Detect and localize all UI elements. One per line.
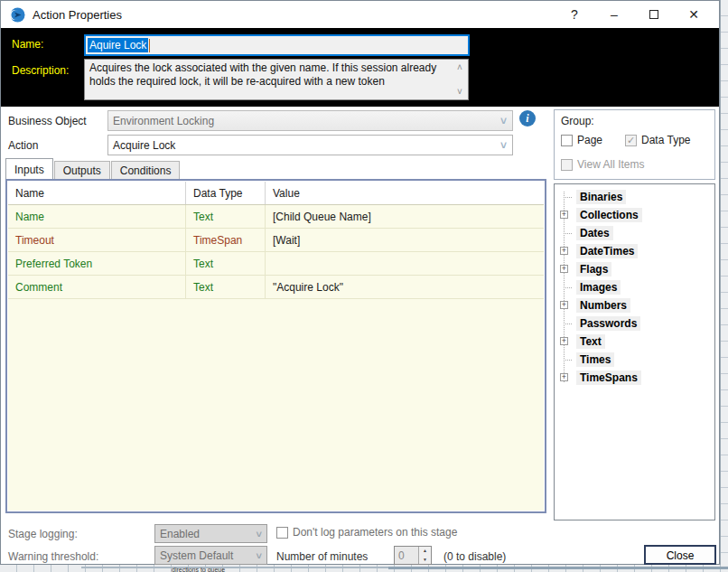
tree-item-numbers[interactable]: +Numbers — [555, 296, 714, 314]
data-items-tree: Binaries+CollectionsDates+DateTimes+Flag… — [554, 183, 715, 520]
tree-item-label: Flags — [576, 262, 611, 277]
minutes-spinner: 0 ▲ ▼ — [394, 546, 432, 565]
warning-threshold-label: Warning threshold: — [8, 550, 98, 563]
tree-item-label: Images — [576, 280, 621, 295]
tree-item-images[interactable]: Images — [555, 278, 714, 296]
warning-threshold-value: System Default — [160, 549, 233, 562]
column-header: Value — [266, 182, 544, 204]
action-value: Acquire Lock — [113, 139, 175, 152]
inputs-table: NameData TypeValueNameText[Child Queue N… — [5, 179, 546, 513]
maximize-button[interactable] — [634, 1, 674, 28]
tree-item-label: TimeSpans — [576, 370, 641, 385]
param-type-cell: Text — [186, 276, 266, 298]
expand-icon[interactable]: + — [560, 211, 568, 219]
param-name-cell[interactable]: Name — [8, 205, 186, 228]
tree-item-label: Numbers — [576, 298, 630, 313]
warning-threshold-combo: System Default ˅ — [154, 546, 267, 565]
action-combo[interactable]: Acquire Lock ˅ — [107, 135, 513, 155]
scroll-down-icon[interactable]: ˅ — [454, 88, 465, 97]
close-window-button[interactable]: ✕ — [674, 1, 714, 28]
tree-item-datetimes[interactable]: +DateTimes — [555, 242, 714, 260]
dont-log-checkbox-row[interactable]: Don't log parameters on this stage — [276, 526, 457, 539]
tree-item-binaries[interactable]: Binaries — [555, 188, 714, 206]
tree-item-collections[interactable]: +Collections — [555, 206, 714, 224]
stage-logging-label: Stage logging: — [8, 528, 78, 540]
description-text: Acquires the lock associated with the gi… — [89, 61, 436, 88]
group-checkbox-row-data-type: ✓Data Type — [625, 134, 690, 146]
spin-up-icon[interactable]: ▲ — [419, 547, 431, 556]
param-value-cell[interactable]: "Acquire Lock" — [266, 276, 544, 298]
tree-item-times[interactable]: Times — [555, 351, 714, 369]
name-label: Name: — [12, 38, 43, 51]
spin-down-icon[interactable]: ▼ — [419, 556, 431, 565]
tab-conditions[interactable]: Conditions — [111, 161, 181, 179]
checkbox[interactable] — [561, 135, 573, 146]
minimize-button[interactable]: – — [594, 1, 634, 28]
background-clipped-label: directions to queue — [172, 566, 280, 572]
group-checkbox-row-view-all-items: View All Items — [561, 158, 644, 171]
text-caret — [149, 39, 150, 52]
minutes-value: 0 — [395, 547, 418, 564]
expand-icon[interactable]: + — [560, 301, 568, 309]
column-header: Name — [8, 182, 186, 204]
name-input-selected-text: Aquire Lock — [88, 38, 148, 52]
table-row[interactable]: NameText[Child Queue Name] — [8, 205, 544, 229]
tree-item-passwords[interactable]: Passwords — [555, 314, 714, 333]
column-header: Data Type — [186, 182, 266, 204]
tree-item-label: DateTimes — [576, 244, 638, 258]
tab-inputs[interactable]: Inputs — [5, 158, 53, 179]
group-checkbox-row-page[interactable]: Page — [561, 134, 602, 146]
expand-icon[interactable]: + — [560, 247, 568, 255]
help-button[interactable]: ? — [555, 1, 594, 28]
param-name-cell[interactable]: Comment — [8, 276, 186, 298]
checkbox-label: Page — [577, 134, 602, 146]
table-row[interactable]: TimeoutTimeSpan[Wait] — [8, 229, 544, 252]
tab-outputs[interactable]: Outputs — [54, 161, 110, 179]
tree-item-timespans[interactable]: +TimeSpans — [555, 369, 714, 387]
description-textarea[interactable]: Acquires the lock associated with the gi… — [84, 59, 469, 100]
param-value-cell[interactable] — [266, 252, 544, 275]
expand-icon[interactable]: + — [560, 265, 568, 273]
tree-branch-line — [564, 197, 573, 198]
table-row[interactable]: Preferred TokenText — [8, 252, 544, 276]
expand-icon[interactable]: + — [560, 373, 568, 381]
tree-item-flags[interactable]: +Flags — [555, 260, 714, 278]
action-properties-dialog: Action Properties ? – ✕ Name: Aquire Loc… — [0, 0, 720, 565]
table-row[interactable]: CommentText"Acquire Lock" — [8, 276, 544, 299]
checkbox[interactable] — [276, 527, 288, 539]
chevron-down-icon: ˅ — [500, 139, 507, 152]
param-name-cell[interactable]: Timeout — [8, 229, 186, 251]
close-button[interactable]: Close — [644, 545, 716, 565]
param-type-cell: Text — [186, 252, 266, 275]
background-grid-right — [720, 0, 728, 572]
action-stage-icon — [10, 7, 25, 23]
name-input[interactable]: Aquire Lock — [84, 34, 470, 56]
expand-icon[interactable]: + — [560, 337, 568, 345]
param-value-cell[interactable]: [Child Queue Name] — [266, 205, 544, 228]
chevron-down-icon: ˅ — [257, 550, 262, 561]
tree-item-label: Passwords — [576, 316, 640, 331]
tree-item-label: Binaries — [576, 190, 626, 204]
header-panel: Name: Aquire Lock Description: Acquires … — [1, 28, 719, 107]
chevron-down-icon: ˅ — [500, 115, 507, 127]
tree-item-label: Times — [576, 352, 614, 367]
info-icon[interactable]: i — [519, 110, 536, 127]
table-header-row: NameData TypeValue — [8, 182, 544, 205]
dont-log-label: Don't log parameters on this stage — [293, 526, 457, 539]
tree-branch-line — [564, 360, 573, 361]
stage-logging-value: Enabled — [160, 528, 200, 540]
maximize-icon — [649, 10, 658, 19]
disable-hint: (0 to disable) — [443, 550, 506, 563]
param-value-cell[interactable]: [Wait] — [266, 229, 544, 251]
business-object-combo: Environment Locking ˅ — [107, 110, 513, 131]
param-name-cell[interactable]: Preferred Token — [8, 252, 186, 275]
scroll-up-icon[interactable]: ˄ — [454, 63, 465, 72]
window-title: Action Properties — [33, 8, 122, 22]
tree-item-text[interactable]: +Text — [555, 333, 714, 351]
param-type-cell: TimeSpan — [186, 229, 266, 251]
tree-item-dates[interactable]: Dates — [555, 224, 714, 242]
checkbox: ✓ — [625, 135, 637, 146]
number-of-minutes-label: Number of minutes — [276, 550, 368, 563]
chevron-down-icon: ˅ — [257, 529, 262, 539]
tree-item-label: Text — [576, 334, 605, 349]
